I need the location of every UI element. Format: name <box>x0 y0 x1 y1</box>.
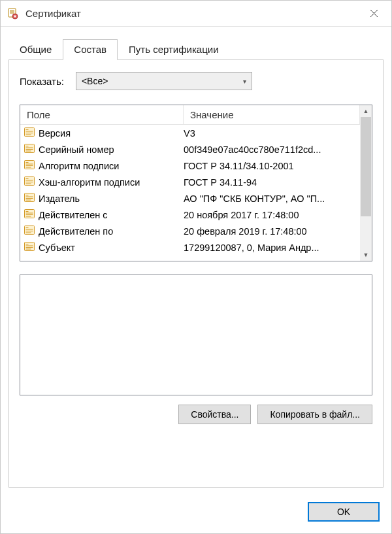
tab-strip: Общие Состав Путь сертификации <box>8 39 384 60</box>
cell-value: V3 <box>184 128 360 139</box>
svg-rect-47 <box>26 247 33 248</box>
svg-rect-20 <box>26 162 29 163</box>
cell-field: Субъект <box>20 242 184 253</box>
certificate-icon <box>7 8 19 20</box>
svg-rect-40 <box>26 227 29 228</box>
svg-rect-25 <box>26 178 29 179</box>
cell-value: ГОСТ Р 34.11/34.10-2001 <box>184 161 360 171</box>
cell-value: 20 ноября 2017 г. 17:48:00 <box>184 210 360 220</box>
svg-rect-10 <box>26 129 29 130</box>
list-row[interactable]: Хэш-алгоритм подписиГОСТ Р 34.11-94 <box>20 174 360 190</box>
svg-rect-28 <box>26 184 31 184</box>
svg-rect-26 <box>26 180 33 181</box>
scroll-up-button[interactable]: ▲ <box>360 105 372 117</box>
field-name: Издатель <box>39 193 80 204</box>
svg-rect-41 <box>26 229 33 230</box>
chevron-down-icon: ▾ <box>243 78 246 85</box>
svg-rect-30 <box>26 195 29 195</box>
field-row-icon <box>24 209 35 220</box>
scroll-down-button[interactable]: ▼ <box>360 249 372 261</box>
svg-rect-31 <box>26 197 33 197</box>
scroll-track[interactable] <box>360 117 372 249</box>
close-button[interactable] <box>359 3 389 24</box>
cell-field: Действителен по <box>20 225 184 237</box>
dialog-footer: OK <box>1 494 391 533</box>
scroll-thumb[interactable] <box>361 117 371 216</box>
svg-rect-24 <box>25 177 35 186</box>
svg-rect-34 <box>25 210 35 218</box>
svg-rect-44 <box>25 242 35 251</box>
svg-rect-32 <box>26 198 33 199</box>
col-header-field[interactable]: Поле <box>20 105 184 125</box>
col-header-value[interactable]: Значение <box>184 105 360 125</box>
svg-rect-46 <box>26 246 33 246</box>
svg-rect-39 <box>25 226 35 235</box>
list-row[interactable]: Алгоритм подписиГОСТ Р 34.11/34.10-2001 <box>20 158 360 174</box>
field-row-icon <box>24 127 35 139</box>
field-row-icon <box>24 193 35 204</box>
field-name: Серийный номер <box>39 144 114 155</box>
cell-field: Алгоритм подписи <box>20 160 184 171</box>
field-row-icon <box>24 144 35 155</box>
listview-body: ВерсияV3Серийный номер00f349e07ac40cc780… <box>20 125 360 261</box>
cell-value: 17299120087, 0, Мария Андр... <box>184 242 360 253</box>
cell-field: Издатель <box>20 193 184 204</box>
svg-rect-23 <box>26 167 31 168</box>
cell-value: АО "ПФ "СКБ КОНТУР", АО "П... <box>184 193 360 204</box>
scrollbar[interactable]: ▲ ▼ <box>360 105 372 261</box>
svg-rect-48 <box>26 249 31 250</box>
svg-rect-12 <box>26 133 33 133</box>
svg-rect-21 <box>26 164 33 165</box>
svg-rect-33 <box>26 200 31 201</box>
certificate-dialog: Сертификат Общие Состав Путь сертификаци… <box>0 0 392 534</box>
properties-button[interactable]: Свойства... <box>178 405 251 424</box>
svg-rect-11 <box>26 131 33 132</box>
cell-value: 20 февраля 2019 г. 17:48:00 <box>184 226 360 237</box>
window-title: Сертификат <box>25 8 359 19</box>
list-row[interactable]: Действителен по20 февраля 2019 г. 17:48:… <box>20 223 360 239</box>
tab-general[interactable]: Общие <box>8 39 63 60</box>
button-row: Свойства... Копировать в файл... <box>20 405 372 424</box>
field-row-icon <box>24 160 35 171</box>
tabpane-details: Показать: <Все> ▾ Поле Значение ВерсияV3… <box>8 60 384 488</box>
svg-rect-43 <box>26 233 31 233</box>
copy-to-file-button[interactable]: Копировать в файл... <box>257 405 372 424</box>
detail-textarea[interactable] <box>20 275 372 395</box>
filter-select[interactable]: <Все> ▾ <box>76 72 252 90</box>
cell-field: Хэш-алгоритм подписи <box>20 176 184 188</box>
list-row[interactable]: ВерсияV3 <box>20 125 360 141</box>
field-name: Хэш-алгоритм подписи <box>39 177 140 188</box>
svg-rect-13 <box>26 135 31 135</box>
field-row-icon <box>24 176 35 188</box>
field-name: Алгоритм подписи <box>39 161 119 171</box>
svg-rect-36 <box>26 213 33 214</box>
svg-rect-35 <box>26 211 29 212</box>
listview-header: Поле Значение <box>20 105 360 125</box>
cell-field: Серийный номер <box>20 144 184 155</box>
svg-rect-16 <box>26 148 33 148</box>
list-row[interactable]: Субъект17299120087, 0, Мария Андр... <box>20 239 360 256</box>
list-row[interactable]: ИздательАО "ПФ "СКБ КОНТУР", АО "П... <box>20 190 360 207</box>
list-row[interactable]: Действителен с20 ноября 2017 г. 17:48:00 <box>20 207 360 223</box>
field-name: Действителен с <box>39 210 108 220</box>
svg-rect-38 <box>26 216 31 217</box>
field-name: Субъект <box>39 242 75 253</box>
tab-details[interactable]: Состав <box>63 39 118 60</box>
content-area: Общие Состав Путь сертификации Показать:… <box>1 27 391 494</box>
ok-button[interactable]: OK <box>308 502 380 522</box>
list-row[interactable]: Серийный номер00f349e07ac40cc780e711f2cd… <box>20 141 360 158</box>
cell-value: 00f349e07ac40cc780e711f2cd... <box>184 144 360 155</box>
field-name: Версия <box>39 128 71 139</box>
field-row-icon <box>24 242 35 253</box>
cell-value: ГОСТ Р 34.11-94 <box>184 177 360 188</box>
cell-field: Версия <box>20 127 184 139</box>
filter-row: Показать: <Все> ▾ <box>20 72 372 90</box>
svg-rect-29 <box>25 193 35 202</box>
svg-rect-17 <box>26 149 33 150</box>
tab-cert-path[interactable]: Путь сертификации <box>118 39 230 60</box>
field-row-icon <box>24 225 35 237</box>
field-name: Действителен по <box>39 226 113 237</box>
fields-listview: Поле Значение ВерсияV3Серийный номер00f3… <box>20 105 372 261</box>
svg-rect-45 <box>26 244 29 244</box>
svg-rect-14 <box>25 144 35 153</box>
